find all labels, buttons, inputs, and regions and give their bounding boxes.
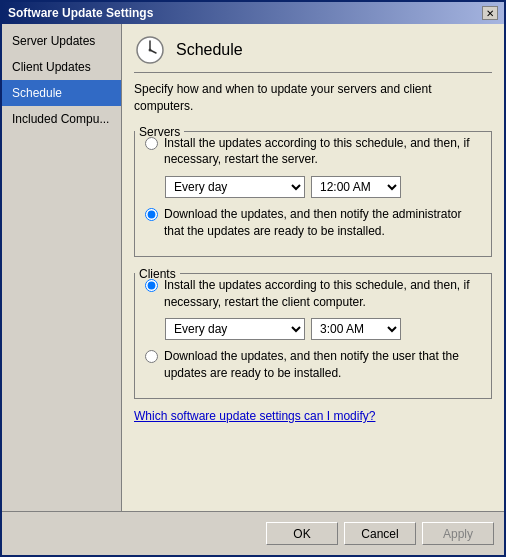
servers-group-content: Install the updates according to this sc… xyxy=(135,135,491,256)
clients-option1-label: Install the updates according to this sc… xyxy=(164,277,481,311)
clients-option1-row: Install the updates according to this sc… xyxy=(145,277,481,311)
servers-time-select[interactable]: 12:00 AM 1:00 AM 2:00 AM 3:00 AM 4:00 AM… xyxy=(311,176,401,198)
window-title: Software Update Settings xyxy=(8,6,153,20)
clients-time-select[interactable]: 12:00 AM 1:00 AM 2:00 AM 3:00 AM 4:00 AM… xyxy=(311,318,401,340)
sidebar-item-server-updates[interactable]: Server Updates xyxy=(2,28,121,54)
cancel-button[interactable]: Cancel xyxy=(344,522,416,545)
clients-group-content: Install the updates according to this sc… xyxy=(135,277,491,398)
servers-option2-row: Download the updates, and then notify th… xyxy=(145,206,481,240)
clock-icon xyxy=(134,34,166,66)
sidebar: Server Updates Client Updates Schedule I… xyxy=(2,24,122,511)
servers-option1-label: Install the updates according to this sc… xyxy=(164,135,481,169)
servers-option2-label: Download the updates, and then notify th… xyxy=(164,206,481,240)
panel-description: Specify how and when to update your serv… xyxy=(134,81,492,115)
clients-day-select[interactable]: Every day Sunday Monday Tuesday Wednesda… xyxy=(165,318,305,340)
help-link[interactable]: Which software update settings can I mod… xyxy=(134,409,492,423)
servers-option1-row: Install the updates according to this sc… xyxy=(145,135,481,169)
panel-title: Schedule xyxy=(176,41,243,59)
apply-button[interactable]: Apply xyxy=(422,522,494,545)
servers-day-select[interactable]: Every day Sunday Monday Tuesday Wednesda… xyxy=(165,176,305,198)
clients-option1-radio[interactable] xyxy=(145,279,158,292)
sidebar-item-client-updates[interactable]: Client Updates xyxy=(2,54,121,80)
sidebar-item-included-computers[interactable]: Included Compu... xyxy=(2,106,121,132)
servers-option1-radio[interactable] xyxy=(145,137,158,150)
sidebar-item-schedule[interactable]: Schedule xyxy=(2,80,121,106)
servers-schedule-row: Every day Sunday Monday Tuesday Wednesda… xyxy=(165,176,481,198)
panel-header: Schedule xyxy=(134,34,492,73)
main-panel: Schedule Specify how and when to update … xyxy=(122,24,504,511)
content-area: Server Updates Client Updates Schedule I… xyxy=(2,24,504,511)
clients-option2-label: Download the updates, and then notify th… xyxy=(164,348,481,382)
clients-schedule-row: Every day Sunday Monday Tuesday Wednesda… xyxy=(165,318,481,340)
title-bar: Software Update Settings ✕ xyxy=(2,2,504,24)
clients-option2-radio[interactable] xyxy=(145,350,158,363)
servers-group: Servers Install the updates according to… xyxy=(134,125,492,257)
software-update-settings-window: Software Update Settings ✕ Server Update… xyxy=(0,0,506,557)
button-bar: OK Cancel Apply xyxy=(2,511,504,555)
clients-option2-row: Download the updates, and then notify th… xyxy=(145,348,481,382)
servers-option2-radio[interactable] xyxy=(145,208,158,221)
close-button[interactable]: ✕ xyxy=(482,6,498,20)
clients-group: Clients Install the updates according to… xyxy=(134,267,492,399)
ok-button[interactable]: OK xyxy=(266,522,338,545)
